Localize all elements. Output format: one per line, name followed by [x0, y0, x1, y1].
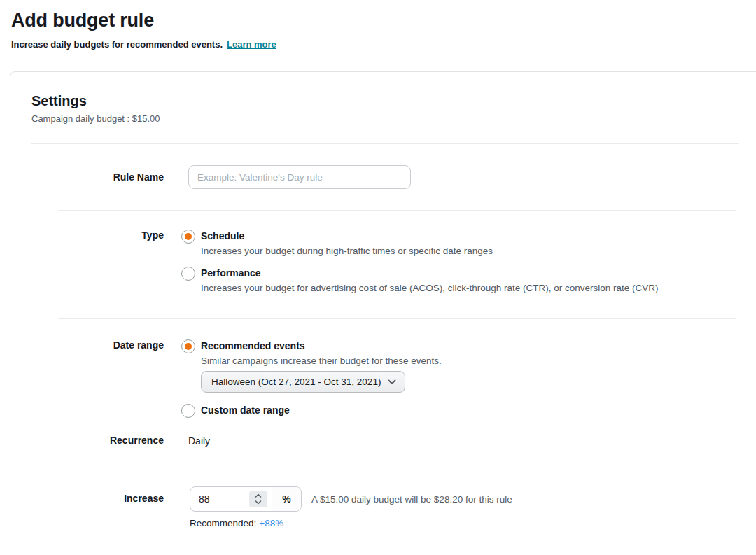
radio-icon [181, 267, 195, 281]
date-range-row: Date range Recommended events Similar ca… [31, 319, 739, 418]
custom-date-range-radio[interactable]: Custom date range [181, 404, 739, 418]
chevron-down-icon [388, 379, 396, 385]
radio-icon [181, 404, 195, 418]
radio-icon [181, 230, 195, 244]
event-dropdown-value: Halloween (Oct 27, 2021 - Oct 31, 2021) [211, 377, 381, 387]
rule-name-label: Rule Name [31, 171, 164, 183]
stepper-down-icon [255, 500, 262, 505]
settings-card: Settings Campaign daily budget : $15.00 … [10, 71, 756, 555]
type-row: Type Schedule Increases your budget duri… [31, 211, 739, 318]
recommended-events-description: Similar campaigns increase their budget … [201, 356, 739, 366]
rule-name-input[interactable] [188, 165, 411, 189]
type-label: Type [31, 230, 164, 293]
date-range-option-recommended: Recommended events Similar campaigns inc… [181, 339, 739, 393]
increase-row: Increase % A $15.00 daily budget will be… [31, 468, 739, 528]
rule-name-row: Rule Name [31, 144, 739, 210]
schedule-description: Increases your budget during high-traffi… [201, 246, 739, 256]
campaign-daily-budget-text: Campaign daily budget : $15.00 [31, 113, 739, 124]
increase-value-input[interactable] [199, 493, 239, 505]
learn-more-link[interactable]: Learn more [227, 39, 276, 50]
settings-heading: Settings [31, 93, 739, 109]
performance-description: Increases your budget for advertising co… [201, 283, 739, 293]
recommended-percent-link[interactable]: +88% [259, 518, 284, 528]
recommended-events-radio[interactable]: Recommended events [181, 339, 739, 353]
schedule-radio[interactable]: Schedule [181, 230, 739, 244]
performance-radio[interactable]: Performance [181, 267, 739, 281]
percent-unit-label: % [272, 487, 301, 511]
type-option-performance: Performance Increases your budget for ad… [181, 267, 739, 293]
stepper-up-icon [255, 493, 262, 498]
performance-radio-label: Performance [201, 267, 261, 279]
recurrence-row: Recurrence Daily [31, 435, 739, 468]
increase-stepper[interactable] [249, 491, 267, 507]
type-option-schedule: Schedule Increases your budget during hi… [181, 230, 739, 256]
recurrence-label: Recurrence [31, 435, 164, 447]
page-header: Add budget rule Increase daily budgets f… [0, 0, 756, 50]
page-title: Add budget rule [11, 10, 745, 31]
recommended-events-radio-label: Recommended events [201, 339, 305, 351]
page-subtitle-text: Increase daily budgets for recommended e… [11, 39, 223, 50]
recommended-line: Recommended:+88% [190, 518, 739, 528]
radio-icon [181, 339, 195, 353]
schedule-radio-label: Schedule [201, 230, 244, 241]
page-subtitle: Increase daily budgets for recommended e… [11, 39, 745, 50]
event-dropdown[interactable]: Halloween (Oct 27, 2021 - Oct 31, 2021) [201, 371, 405, 393]
increase-helper-text: A $15.00 daily budget will be $28.20 for… [312, 494, 512, 505]
recurrence-value: Daily [188, 435, 210, 447]
date-range-label: Date range [31, 339, 164, 418]
custom-date-range-radio-label: Custom date range [201, 404, 290, 416]
recommended-label: Recommended: [190, 518, 256, 528]
increase-label: Increase [31, 486, 164, 528]
increase-input-group: % [190, 486, 302, 512]
